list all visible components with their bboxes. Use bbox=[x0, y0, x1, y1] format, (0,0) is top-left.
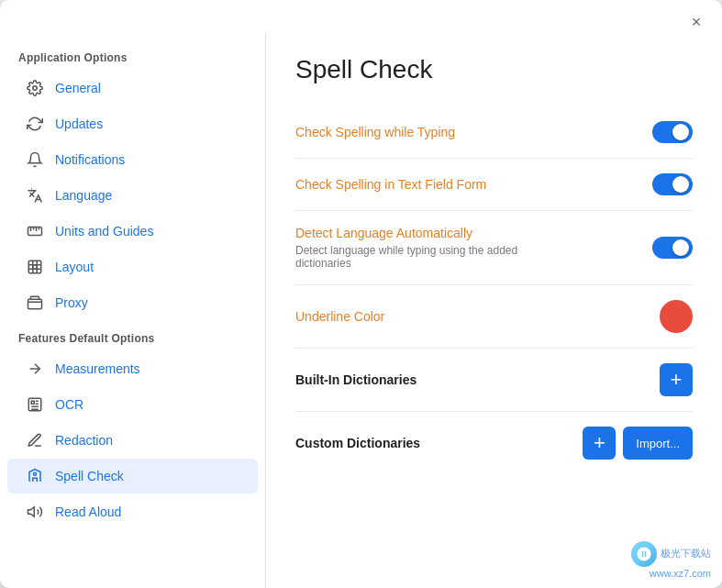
spell-form-toggle[interactable] bbox=[652, 173, 693, 195]
svg-point-19 bbox=[34, 472, 37, 475]
underline-color-label: Underline Color bbox=[295, 309, 384, 324]
refresh-icon bbox=[26, 115, 44, 133]
main-content: Spell Check Check Spelling while Typing … bbox=[266, 33, 722, 588]
svg-point-0 bbox=[33, 86, 38, 91]
builtin-dicts-add-button[interactable]: + bbox=[660, 363, 693, 396]
detect-lang-toggle[interactable] bbox=[652, 237, 693, 259]
setting-row-underline-color: Underline Color bbox=[295, 285, 693, 349]
sidebar: Application Options General Updates Noti… bbox=[0, 33, 266, 588]
setting-row-custom-dicts: Custom Dictionaries + Import... bbox=[295, 412, 693, 474]
sidebar-label-proxy: Proxy bbox=[55, 295, 88, 310]
watermark: 极光下载站 www.xz7.com bbox=[631, 541, 711, 581]
custom-dicts-import-button[interactable]: Import... bbox=[623, 427, 693, 460]
proxy-icon bbox=[26, 294, 44, 312]
custom-dicts-add-button[interactable]: + bbox=[583, 427, 616, 460]
sidebar-item-ocr[interactable]: OCR bbox=[7, 387, 258, 422]
sidebar-item-units[interactable]: Units and Guides bbox=[7, 214, 258, 249]
gear-icon bbox=[26, 79, 44, 97]
sidebar-label-spellcheck: Spell Check bbox=[55, 469, 124, 483]
sidebar-label-updates: Updates bbox=[55, 116, 103, 131]
custom-dicts-label: Custom Dictionaries bbox=[295, 436, 420, 450]
detect-lang-label: Detect Language Automatically bbox=[295, 226, 571, 240]
underline-color-swatch[interactable] bbox=[660, 300, 693, 333]
sidebar-section-features: Features Default Options bbox=[0, 321, 265, 350]
spell-form-label: Check Spelling in Text Field Form bbox=[295, 177, 486, 192]
sidebar-section-app: Application Options bbox=[0, 40, 265, 70]
layout-icon bbox=[26, 258, 44, 276]
sidebar-label-notifications: Notifications bbox=[55, 152, 125, 167]
sidebar-item-proxy[interactable]: Proxy bbox=[7, 285, 258, 320]
sidebar-label-language: Language bbox=[55, 188, 112, 203]
setting-row-detect-lang: Detect Language Automatically Detect lan… bbox=[295, 211, 693, 285]
speaker-icon bbox=[26, 503, 44, 521]
sidebar-item-layout[interactable]: Layout bbox=[7, 250, 258, 284]
watermark-logo: 极光下载站 bbox=[631, 541, 711, 567]
page-title: Spell Check bbox=[295, 55, 693, 84]
sidebar-label-units: Units and Guides bbox=[55, 224, 153, 239]
svg-rect-12 bbox=[28, 299, 42, 309]
content-area: Application Options General Updates Noti… bbox=[0, 33, 722, 588]
sidebar-item-language[interactable]: Language bbox=[7, 178, 258, 213]
custom-dicts-buttons: + Import... bbox=[583, 427, 693, 460]
watermark-icon bbox=[631, 541, 657, 567]
sidebar-label-ocr: OCR bbox=[55, 397, 83, 412]
ocr-icon bbox=[26, 395, 44, 414]
sidebar-item-notifications[interactable]: Notifications bbox=[7, 142, 258, 177]
measure-icon bbox=[26, 360, 44, 378]
sidebar-item-redaction[interactable]: Redaction bbox=[7, 423, 258, 458]
bell-icon bbox=[26, 150, 44, 169]
toggle-thumb bbox=[672, 239, 689, 256]
spell-typing-toggle[interactable] bbox=[652, 121, 693, 143]
toggle-track bbox=[652, 173, 693, 195]
abc-icon bbox=[26, 467, 44, 485]
watermark-line1: 极光下载站 bbox=[661, 547, 711, 560]
toggle-thumb bbox=[672, 124, 689, 140]
sidebar-label-readaloud: Read Aloud bbox=[55, 505, 121, 519]
sidebar-item-measurements[interactable]: Measurements bbox=[7, 351, 258, 386]
translate-icon bbox=[26, 186, 44, 205]
sidebar-label-layout: Layout bbox=[55, 260, 94, 274]
ruler-icon bbox=[26, 222, 44, 240]
sidebar-label-redaction: Redaction bbox=[55, 433, 113, 448]
setting-row-spell-typing: Check Spelling while Typing bbox=[295, 106, 693, 159]
sidebar-item-general[interactable]: General bbox=[7, 71, 258, 105]
close-button[interactable]: × bbox=[685, 11, 707, 33]
toggle-track bbox=[652, 237, 693, 259]
svg-marker-20 bbox=[28, 507, 35, 517]
sidebar-item-spellcheck[interactable]: Spell Check bbox=[7, 459, 258, 494]
toggle-track bbox=[652, 121, 693, 143]
detect-lang-sublabel: Detect language while typing using the a… bbox=[295, 244, 571, 270]
setting-row-builtin-dicts: Built-In Dictionaries + bbox=[295, 349, 693, 412]
toggle-thumb bbox=[672, 176, 689, 193]
watermark-line2: www.xz7.com bbox=[650, 568, 711, 579]
redact-icon bbox=[26, 431, 44, 449]
builtin-dicts-label: Built-In Dictionaries bbox=[295, 372, 417, 387]
svg-rect-6 bbox=[28, 261, 41, 273]
sidebar-label-measurements: Measurements bbox=[55, 361, 140, 376]
sidebar-label-general: General bbox=[55, 81, 101, 95]
settings-window: × Application Options General Updates bbox=[0, 0, 722, 588]
title-bar: × bbox=[0, 0, 722, 33]
sidebar-item-readaloud[interactable]: Read Aloud bbox=[7, 494, 258, 529]
setting-row-spell-form: Check Spelling in Text Field Form bbox=[295, 159, 693, 211]
detect-lang-block: Detect Language Automatically Detect lan… bbox=[295, 226, 571, 270]
sidebar-item-updates[interactable]: Updates bbox=[7, 106, 258, 141]
spell-typing-label: Check Spelling while Typing bbox=[295, 125, 455, 139]
